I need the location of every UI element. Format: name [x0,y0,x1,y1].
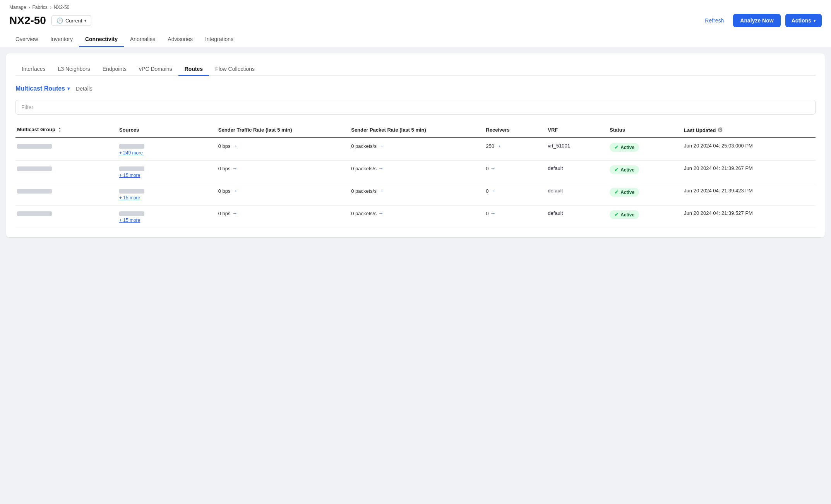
header-actions: Refresh Analyze Now Actions ▾ [700,14,822,27]
status-badge: ✔Active [610,210,639,219]
actions-chevron: ▾ [814,19,816,23]
arrow-icon: → [232,143,238,149]
breadcrumb: Manage › Fabrics › NX2-50 [9,5,822,10]
blurred-ip-multicast [17,166,52,171]
arrow-icon: → [378,165,384,171]
cell-last-updated: Jun 20 2024 04: 21:39.527 PM [679,206,816,228]
cell-sender-packet: 0 packets/s → [346,206,481,228]
status-badge: ✔Active [610,165,639,174]
status-badge: ✔Active [610,143,639,152]
tab-inventory[interactable]: Inventory [44,32,79,47]
col-header-status: Status [605,122,679,138]
cell-receivers: 0 → [481,183,543,206]
cell-last-updated: Jun 20 2024 04: 21:39.267 PM [679,161,816,183]
check-icon: ✔ [614,189,619,195]
arrow-icon: → [490,165,496,171]
cell-sender-traffic: 0 bps → [214,161,346,183]
subtab-interfaces[interactable]: Interfaces [15,63,51,76]
sender-traffic-value: 0 bps → [218,188,238,194]
arrow-icon: → [490,210,496,216]
cell-sources: + 249 more [115,138,214,161]
subtab-routes[interactable]: Routes [178,63,209,76]
time-selector-label: Current [65,18,82,24]
cell-status: ✔Active [605,206,679,228]
sender-traffic-value: 0 bps → [218,210,238,216]
sort-icon-multicast: ▲ ▼ [58,127,62,133]
time-selector-button[interactable]: 🕐 Current ▾ [51,15,91,26]
receivers-value: 250 → [486,143,501,149]
cell-receivers: 250 → [481,138,543,161]
section-details-link[interactable]: Details [76,86,93,92]
sender-packet-value: 0 packets/s → [351,188,384,194]
blurred-ip-source [119,166,144,171]
cell-status: ✔Active [605,161,679,183]
section-header: Multicast Routes ▾ Details [15,85,816,92]
breadcrumb-manage[interactable]: Manage [9,5,26,10]
content-area: Interfaces L3 Neighbors Endpoints vPC Do… [6,53,825,237]
tab-overview[interactable]: Overview [9,32,44,47]
cell-vrf: default [543,183,605,206]
cell-sender-traffic: 0 bps → [214,183,346,206]
cell-sender-traffic: 0 bps → [214,138,346,161]
cell-sender-packet: 0 packets/s → [346,138,481,161]
col-header-sender-packet: Sender Packet Rate (last 5 min) [346,122,481,138]
col-header-sources: Sources [115,122,214,138]
tab-advisories[interactable]: Advisories [161,32,199,47]
subtab-flow-collections[interactable]: Flow Collections [209,63,261,76]
breadcrumb-sep1: › [28,5,30,10]
title-section: NX2-50 🕐 Current ▾ [9,14,91,27]
sender-traffic-value: 0 bps → [218,143,238,149]
cell-receivers: 0 → [481,206,543,228]
arrow-icon: → [232,165,238,171]
subtab-l3neighbors[interactable]: L3 Neighbors [51,63,96,76]
multicast-routes-title[interactable]: Multicast Routes ▾ [15,85,70,92]
cell-sender-packet: 0 packets/s → [346,183,481,206]
col-header-sender-traffic: Sender Traffic Rate (last 5 min) [214,122,346,138]
filter-bar [15,100,816,115]
cell-status: ✔Active [605,183,679,206]
filter-input[interactable] [15,100,816,115]
blurred-ip-source [119,144,144,149]
breadcrumb-fabrics[interactable]: Fabrics [32,5,47,10]
receivers-value: 0 → [486,165,495,171]
sources-more-link[interactable]: + 15 more [119,218,209,223]
subtab-endpoints[interactable]: Endpoints [96,63,133,76]
cell-multicast-group [15,138,115,161]
breadcrumb-current: NX2-50 [54,5,70,10]
tab-connectivity[interactable]: Connectivity [79,32,124,47]
sources-more-link[interactable]: + 15 more [119,173,209,178]
cell-multicast-group [15,161,115,183]
cell-sender-packet: 0 packets/s → [346,161,481,183]
table-row: + 15 more0 bps →0 packets/s →0 →default✔… [15,206,816,228]
arrow-icon: → [378,210,384,216]
cell-multicast-group [15,183,115,206]
cell-sender-traffic: 0 bps → [214,206,346,228]
analyze-now-button[interactable]: Analyze Now [733,14,780,27]
sort-down-icon: ▼ [58,130,62,133]
actions-label: Actions [792,17,811,24]
time-selector-chevron: ▾ [84,19,86,23]
cell-vrf: default [543,206,605,228]
actions-button[interactable]: Actions ▾ [785,14,822,27]
tab-integrations[interactable]: Integrations [199,32,240,47]
cell-last-updated: Jun 20 2024 04: 25:03.000 PM [679,138,816,161]
clock-icon: 🕐 [57,17,63,24]
cell-last-updated: Jun 20 2024 04: 21:39.423 PM [679,183,816,206]
sources-more-link[interactable]: + 249 more [119,150,209,156]
blurred-ip-source [119,211,144,216]
sources-more-link[interactable]: + 15 more [119,195,209,201]
section-title-text: Multicast Routes [15,85,65,92]
arrow-icon: → [232,210,238,216]
col-header-vrf: VRF [543,122,605,138]
col-header-multicast-group[interactable]: Multicast Group ▲ ▼ [15,122,115,138]
sender-traffic-value: 0 bps → [218,165,238,171]
subtab-vpc-domains[interactable]: vPC Domains [133,63,178,76]
sub-tabs: Interfaces L3 Neighbors Endpoints vPC Do… [15,63,816,76]
last-updated-text: Jun 20 2024 04: 21:39.527 PM [684,210,753,216]
refresh-button[interactable]: Refresh [700,14,728,27]
table-settings-icon[interactable]: ⚙ [717,127,723,133]
blurred-ip-multicast [17,144,52,149]
tab-anomalies[interactable]: Anomalies [124,32,161,47]
arrow-icon: → [490,188,496,194]
check-icon: ✔ [614,212,619,218]
